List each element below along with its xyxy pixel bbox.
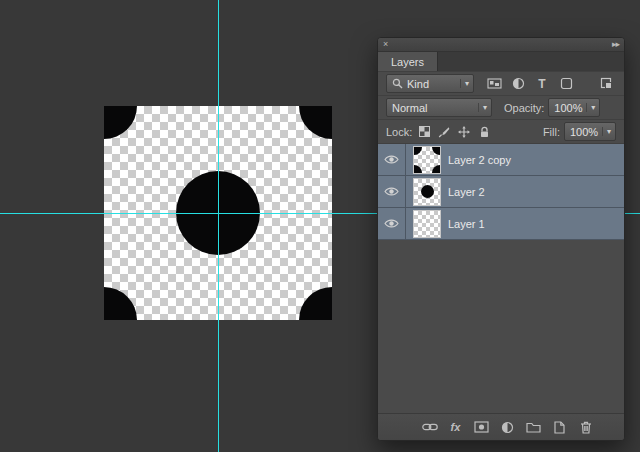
tab-layers[interactable]: Layers — [378, 52, 438, 71]
fill-value: 100% — [570, 126, 598, 138]
filter-row: Kind ▾ T — [378, 72, 624, 96]
visibility-toggle[interactable] — [378, 176, 406, 207]
layer-row-layer-2-copy[interactable]: Layer 2 copy — [378, 144, 624, 176]
layer-list-empty-area — [378, 240, 624, 413]
canvas-shape-corner-bottom-left — [104, 287, 137, 320]
smart-object-filter-icon[interactable] — [596, 74, 616, 93]
layer-mask-icon[interactable] — [473, 419, 490, 435]
layer-row-layer-2[interactable]: Layer 2 — [378, 176, 624, 208]
layer-style-icon[interactable]: fx — [447, 419, 464, 435]
eye-icon — [384, 154, 399, 165]
kind-filter-dropdown[interactable]: Kind ▾ — [386, 74, 474, 93]
opacity-label: Opacity: — [504, 102, 544, 114]
lock-position-icon[interactable] — [456, 124, 472, 140]
layer-name: Layer 2 copy — [448, 154, 511, 166]
lock-row: Lock: Fill: 100% ▾ — [378, 120, 624, 144]
lock-transparency-icon[interactable] — [416, 124, 432, 140]
kind-filter-label: Kind — [407, 78, 429, 90]
layer-name: Layer 1 — [448, 218, 485, 230]
chevron-down-icon: ▾ — [602, 127, 611, 136]
photoshop-workspace: × ▸▸ Layers Kind ▾ T — [0, 0, 640, 452]
lock-label: Lock: — [386, 126, 412, 138]
opacity-value: 100% — [554, 102, 582, 114]
blend-mode-dropdown[interactable]: Normal ▾ — [386, 98, 492, 117]
chevron-down-icon: ▾ — [478, 103, 487, 112]
new-layer-icon[interactable] — [551, 419, 568, 435]
panel-collapse-button[interactable]: ▸▸ — [612, 40, 619, 49]
layer-name: Layer 2 — [448, 186, 485, 198]
panel-chrome-bar: × ▸▸ — [378, 38, 624, 52]
layer-thumbnail[interactable] — [414, 147, 440, 173]
layer-thumbnail[interactable] — [414, 211, 440, 237]
visibility-toggle[interactable] — [378, 144, 406, 175]
blend-row: Normal ▾ Opacity: 100% ▾ — [378, 96, 624, 120]
canvas-shape-corner-top-right — [299, 106, 332, 139]
adjustment-layer-filter-icon[interactable] — [508, 74, 528, 93]
canvas-shape-corner-top-left — [104, 106, 137, 139]
fill-dropdown[interactable]: 100% ▾ — [564, 122, 616, 141]
chevron-down-icon: ▾ — [586, 103, 595, 112]
vertical-guide[interactable] — [218, 0, 219, 452]
adjustment-layer-icon[interactable] — [499, 419, 516, 435]
lock-pixels-icon[interactable] — [436, 124, 452, 140]
new-group-icon[interactable] — [525, 419, 542, 435]
visibility-toggle[interactable] — [378, 208, 406, 239]
canvas-shape-corner-bottom-right — [299, 287, 332, 320]
layer-row-layer-1[interactable]: Layer 1 — [378, 208, 624, 240]
search-icon — [392, 78, 403, 89]
type-layer-filter-icon[interactable]: T — [532, 74, 552, 93]
chevron-down-icon: ▾ — [460, 79, 469, 88]
layer-thumbnail[interactable] — [414, 179, 440, 205]
delete-layer-icon[interactable] — [577, 419, 594, 435]
opacity-dropdown[interactable]: 100% ▾ — [548, 98, 600, 117]
layers-panel: × ▸▸ Layers Kind ▾ T — [377, 37, 625, 441]
eye-icon — [384, 218, 399, 229]
layer-list: Layer 2 copy Layer 2 — [378, 144, 624, 240]
pixel-layer-filter-icon[interactable] — [484, 74, 504, 93]
tab-layers-label: Layers — [391, 56, 424, 68]
lock-all-icon[interactable] — [476, 124, 492, 140]
panel-footer: fx — [378, 413, 624, 440]
panel-tab-bar: Layers — [378, 52, 624, 72]
eye-icon — [384, 186, 399, 197]
link-layers-icon[interactable] — [421, 419, 438, 435]
shape-layer-filter-icon[interactable] — [556, 74, 576, 93]
fill-label: Fill: — [543, 126, 560, 138]
panel-close-button[interactable]: × — [383, 40, 387, 49]
blend-mode-value: Normal — [392, 102, 427, 114]
